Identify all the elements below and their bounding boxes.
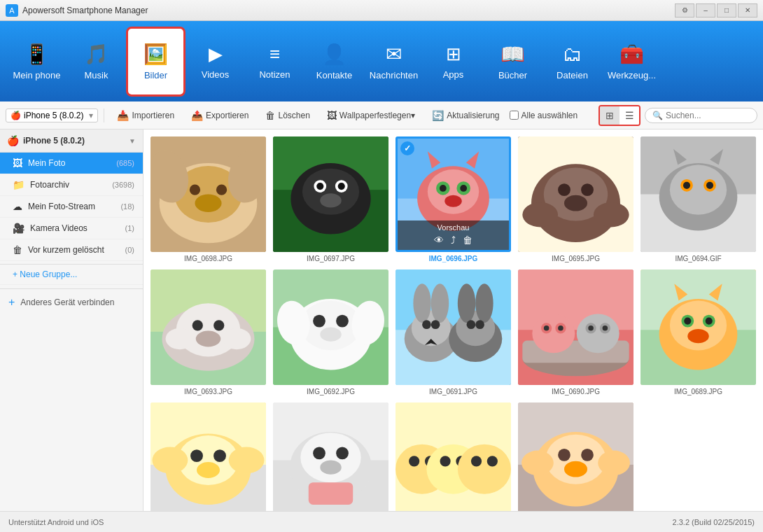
svg-point-105 xyxy=(687,329,708,343)
search-box[interactable]: 🔍 xyxy=(645,108,757,123)
sidebar-connect-device[interactable]: + Anderes Gerät verbinden xyxy=(0,288,143,316)
view-toggle: ⊞ ☰ xyxy=(598,105,640,126)
photo-item-img0687[interactable]: IMG_0687.JPG xyxy=(273,402,388,511)
photo-item-img0694[interactable]: IMG_0694.GIF xyxy=(640,136,756,262)
sidebar-item-geloescht[interactable]: 🗑 Vor kurzem gelöscht (0) xyxy=(0,239,143,261)
svg-point-125 xyxy=(409,456,419,466)
eye-icon[interactable]: 👁 xyxy=(434,234,444,246)
apple-icon: 🍎 xyxy=(10,111,21,120)
photo-item-img0691[interactable]: IMG_0691.JPG xyxy=(396,270,511,396)
minimize-btn[interactable]: – xyxy=(696,4,715,18)
svg-point-93 xyxy=(588,326,594,331)
nav-notizen[interactable]: ≡ Notizen xyxy=(245,27,304,97)
preview-label: Vorschau xyxy=(438,223,470,232)
svg-point-138 xyxy=(581,449,594,461)
settings-btn[interactable]: ⚙ xyxy=(675,4,694,18)
photo-thumb-img0686 xyxy=(396,402,511,511)
nav-apps[interactable]: ⊞ Apps xyxy=(424,27,483,97)
svg-point-54 xyxy=(196,331,221,347)
trash-action-icon[interactable]: 🗑 xyxy=(463,234,472,246)
photo-item-img0688[interactable]: IMG_0688.JPG xyxy=(150,402,266,511)
navbar: 📱 Mein phone 🎵 Musik 🖼️ Bilder ▶ Videos … xyxy=(0,21,763,102)
sidebar-neue-gruppe[interactable]: + Neue Gruppe... xyxy=(0,264,143,285)
nav-label-musik: Musik xyxy=(85,70,108,80)
photo-item-img0685[interactable]: IMG_0685.JPG xyxy=(518,402,634,511)
photo-item-img0692[interactable]: IMG_0692.JPG xyxy=(273,270,388,396)
svg-point-90 xyxy=(577,314,620,353)
svg-point-79 xyxy=(467,320,476,329)
refresh-button[interactable]: 🔄 Aktualisierung xyxy=(425,107,506,124)
maximize-btn[interactable]: □ xyxy=(717,4,736,18)
nav-kontakte[interactable]: 👤 Kontakte xyxy=(304,27,364,97)
photo-item-img0697[interactable]: IMG_0697.JPG xyxy=(273,136,388,262)
trash-icon: 🗑 xyxy=(13,244,22,255)
photo-grid: IMG_0698.JPG IMG_069 xyxy=(150,136,756,511)
photo-thumb-img0694 xyxy=(640,136,756,252)
bilder-icon: 🖼️ xyxy=(144,43,168,66)
svg-point-110 xyxy=(190,449,203,462)
sidebar-item-mein-foto[interactable]: 🖼 Mein Foto (685) xyxy=(0,153,143,174)
photo-item-img0695[interactable]: IMG_0695.JPG xyxy=(518,136,634,262)
svg-point-26 xyxy=(460,185,467,192)
photo-item-img0689[interactable]: IMG_0689.JPG xyxy=(640,270,756,396)
nav-bilder[interactable]: 🖼️ Bilder xyxy=(126,27,186,97)
nav-label-mein-phone: Mein phone xyxy=(13,70,61,80)
check-badge: ✓ xyxy=(400,141,414,155)
share-icon[interactable]: ⤴ xyxy=(451,234,456,246)
import-button[interactable]: 📥 Importieren xyxy=(110,107,181,124)
svg-point-22 xyxy=(428,169,479,214)
photo-content: IMG_0698.JPG IMG_069 xyxy=(144,130,763,511)
export-button[interactable]: 📤 Exportieren xyxy=(184,107,255,124)
delete-label: Löschen xyxy=(278,111,309,120)
toolbar-right: ⊞ ☰ 🔍 xyxy=(598,105,757,126)
select-all-label[interactable]: Alle auswählen xyxy=(510,111,578,120)
sidebar-item-label-foto-stream: Mein Foto-Stream xyxy=(28,202,95,211)
photo-thumb-img0696: ✓ Vorschau 👁 ⤴ 🗑 xyxy=(396,136,511,252)
photo-thumb-img0685 xyxy=(518,402,634,511)
sidebar-item-foto-stream[interactable]: ☁ Mein Foto-Stream (18) xyxy=(0,196,143,218)
photo-folder-icon: 🖼 xyxy=(13,158,22,169)
photo-thumb-img0693 xyxy=(150,270,266,385)
close-btn[interactable]: ✕ xyxy=(738,4,757,18)
photo-item-img0686[interactable]: IMG_0686.JPG xyxy=(396,402,511,511)
svg-point-63 xyxy=(320,328,341,342)
svg-point-13 xyxy=(302,169,359,215)
phone-icon: 📱 xyxy=(24,43,49,66)
nav-videos[interactable]: ▶ Videos xyxy=(186,27,245,97)
svg-point-137 xyxy=(558,449,570,461)
grid-view-button[interactable]: ⊞ xyxy=(600,106,620,125)
select-all-checkbox[interactable] xyxy=(510,111,519,120)
svg-point-77 xyxy=(458,284,475,323)
sidebar-item-fotoarchiv[interactable]: 📁 Fotoarchiv (3698) xyxy=(0,174,143,196)
nav-werkzeug[interactable]: 🧰 Werkzeug... xyxy=(602,27,662,97)
list-view-button[interactable]: ☰ xyxy=(620,106,639,125)
svg-point-120 xyxy=(336,447,349,459)
device-selector[interactable]: 🍎 iPhone 5 (8.0.2) ▾ xyxy=(6,108,98,122)
nav-dateien[interactable]: 🗂 Dateien xyxy=(542,27,602,97)
photo-thumb-img0687 xyxy=(273,402,388,511)
svg-point-128 xyxy=(440,456,450,466)
photo-item-img0698[interactable]: IMG_0698.JPG xyxy=(150,136,266,262)
svg-point-80 xyxy=(475,320,484,329)
photo-label-img0693: IMG_0693.JPG xyxy=(184,388,232,396)
photo-item-img0696[interactable]: ✓ Vorschau 👁 ⤴ 🗑 IMG_0696.JPG xyxy=(396,136,511,262)
nav-mein-phone[interactable]: 📱 Mein phone xyxy=(7,27,66,97)
musik-icon: 🎵 xyxy=(84,43,108,66)
sidebar-item-kamera-videos[interactable]: 🎥 Kamera Videos (1) xyxy=(0,218,143,239)
photo-item-img0690[interactable]: IMG_0690.JPG xyxy=(518,270,634,396)
delete-button[interactable]: 🗑 Löschen xyxy=(258,107,316,124)
nav-musik[interactable]: 🎵 Musik xyxy=(66,27,126,97)
search-input[interactable] xyxy=(666,111,750,120)
photo-thumb-img0692 xyxy=(273,270,388,385)
wallpaper-button[interactable]: 🖼 Wallpaperfestlegen▾ xyxy=(320,107,422,124)
photo-label-img0694: IMG_0694.GIF xyxy=(675,255,721,262)
svg-point-56 xyxy=(223,328,251,349)
dateien-icon: 🗂 xyxy=(563,43,582,66)
sidebar-device[interactable]: 🍎 iPhone 5 (8.0.2) ▼ xyxy=(0,130,143,153)
nav-nachrichten[interactable]: ✉ Nachrichten xyxy=(364,27,424,97)
nav-buecher[interactable]: 📖 Bücher xyxy=(483,27,542,97)
photo-item-img0693[interactable]: IMG_0693.JPG xyxy=(150,270,266,396)
apple-logo-icon: 🍎 xyxy=(7,135,19,146)
nav-label-dateien: Dateien xyxy=(556,70,588,80)
dropdown-arrow: ▾ xyxy=(89,111,93,120)
